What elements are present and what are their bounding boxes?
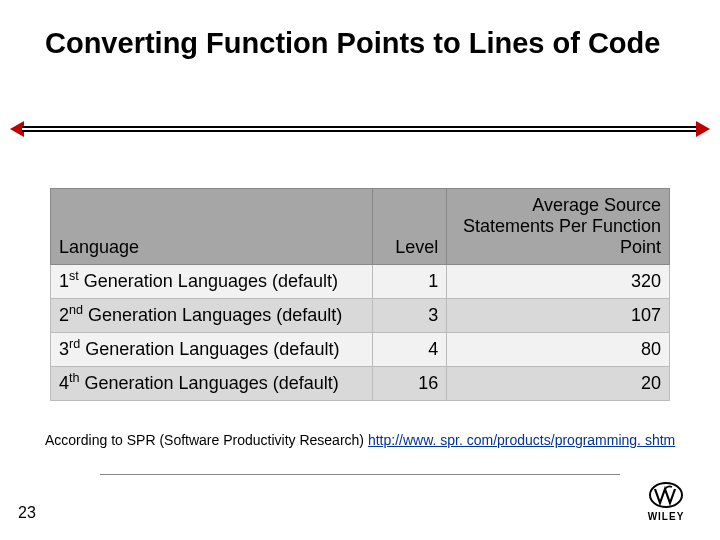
table-row: 4th Generation Languages (default) 16 20 [51, 367, 670, 401]
slide: Converting Function Points to Lines of C… [0, 0, 720, 540]
source-note: According to SPR (Software Productivity … [45, 432, 690, 448]
cell-language: 3rd Generation Languages (default) [51, 333, 373, 367]
cell-level: 16 [372, 367, 446, 401]
col-language: Language [51, 189, 373, 265]
cell-language: 4th Generation Languages (default) [51, 367, 373, 401]
cell-language: 2nd Generation Languages (default) [51, 299, 373, 333]
divider-bar [22, 126, 698, 132]
source-link[interactable]: http://www. spr. com/products/programmin… [368, 432, 675, 448]
cell-level: 4 [372, 333, 446, 367]
col-avg: Average Source Statements Per Function P… [447, 189, 670, 265]
cell-level: 3 [372, 299, 446, 333]
slide-title: Converting Function Points to Lines of C… [45, 25, 680, 61]
cell-avg: 80 [447, 333, 670, 367]
cell-avg: 320 [447, 265, 670, 299]
wiley-logo: WILEY [636, 474, 696, 528]
wiley-wordmark: WILEY [648, 511, 685, 522]
wiley-mark-icon [648, 481, 684, 509]
table-row: 2nd Generation Languages (default) 3 107 [51, 299, 670, 333]
footer-divider [100, 474, 620, 475]
cell-avg: 20 [447, 367, 670, 401]
divider-arrow [10, 117, 710, 141]
col-level: Level [372, 189, 446, 265]
page-number: 23 [18, 504, 36, 522]
source-prefix: According to SPR (Software Productivity … [45, 432, 368, 448]
table-row: 1st Generation Languages (default) 1 320 [51, 265, 670, 299]
cell-level: 1 [372, 265, 446, 299]
table-header-row: Language Level Average Source Statements… [51, 189, 670, 265]
cell-language: 1st Generation Languages (default) [51, 265, 373, 299]
cell-avg: 107 [447, 299, 670, 333]
arrow-right-icon [696, 121, 710, 137]
conversion-table: Language Level Average Source Statements… [50, 188, 670, 401]
table-row: 3rd Generation Languages (default) 4 80 [51, 333, 670, 367]
